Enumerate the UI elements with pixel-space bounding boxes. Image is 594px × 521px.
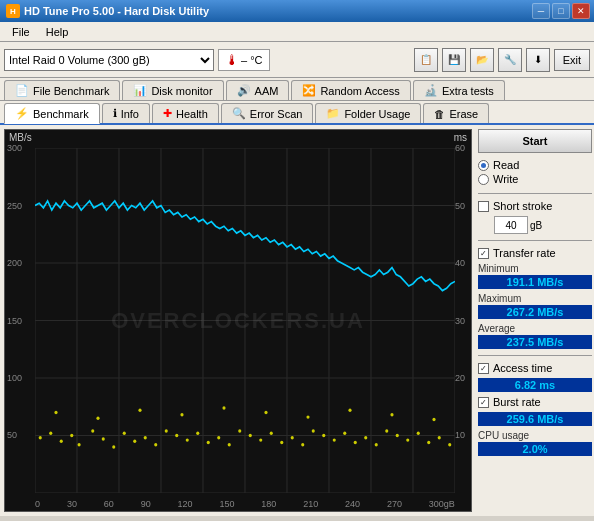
svg-point-19: [49, 431, 52, 434]
thermometer-icon: 🌡: [225, 52, 239, 68]
access-time-stat: 6.82 ms: [478, 378, 592, 392]
transfer-rate-checkbox-row[interactable]: ✓ Transfer rate: [478, 247, 592, 259]
x-label-270: 270: [387, 499, 402, 509]
aam-icon: 🔊: [237, 84, 251, 97]
svg-point-28: [144, 436, 147, 439]
file-benchmark-icon: 📄: [15, 84, 29, 97]
tab-erase[interactable]: 🗑 Erase: [423, 103, 489, 123]
menu-file[interactable]: File: [4, 24, 38, 40]
burst-rate-stat: 259.6 MB/s: [478, 412, 592, 426]
outer-tab-bar: 📄 File Benchmark 📊 Disk monitor 🔊 AAM 🔀 …: [0, 78, 594, 101]
drive-selector[interactable]: Intel Raid 0 Volume (300 gB): [4, 49, 214, 71]
svg-point-42: [291, 436, 294, 439]
svg-point-61: [180, 413, 183, 416]
access-time-checkbox-row[interactable]: ✓ Access time: [478, 362, 592, 374]
toolbar-btn-2[interactable]: 💾: [442, 48, 466, 72]
extra-tests-icon: 🔬: [424, 84, 438, 97]
tab-folder-usage[interactable]: 📁 Folder Usage: [315, 103, 421, 123]
svg-point-41: [280, 441, 283, 444]
title-bar-content: H HD Tune Pro 5.00 - Hard Disk Utility: [6, 4, 209, 18]
read-radio[interactable]: Read: [478, 159, 592, 171]
exit-button[interactable]: Exit: [554, 49, 590, 71]
y-right-label-20: 20: [455, 373, 465, 383]
burst-rate-label: Burst rate: [493, 396, 541, 408]
write-radio-indicator: [478, 174, 489, 185]
inner-tab-bar: ⚡ Benchmark ℹ Info ✚ Health 🔍 Error Scan…: [0, 101, 594, 125]
tab-extra-tests[interactable]: 🔬 Extra tests: [413, 80, 505, 100]
svg-point-26: [123, 431, 126, 434]
start-button[interactable]: Start: [478, 129, 592, 153]
tab-health[interactable]: ✚ Health: [152, 103, 219, 123]
side-panel: Start Read Write Short stroke gB: [476, 125, 594, 516]
svg-point-67: [432, 418, 435, 421]
folder-usage-icon: 📁: [326, 107, 340, 120]
svg-point-34: [207, 441, 210, 444]
svg-point-40: [270, 431, 273, 434]
burst-rate-checkbox[interactable]: ✓: [478, 397, 489, 408]
x-label-0: 0: [35, 499, 40, 509]
y-right-label-50: 50: [455, 201, 465, 211]
svg-point-55: [427, 441, 430, 444]
tab-aam[interactable]: 🔊 AAM: [226, 80, 290, 100]
svg-point-60: [138, 408, 141, 411]
svg-point-64: [306, 415, 309, 418]
access-time-checkbox[interactable]: ✓: [478, 363, 489, 374]
tab-file-benchmark[interactable]: 📄 File Benchmark: [4, 80, 120, 100]
chart-y-label: MB/s: [9, 132, 32, 143]
temperature-display: 🌡 – °C: [218, 49, 270, 71]
tab-benchmark[interactable]: ⚡ Benchmark: [4, 103, 100, 124]
toolbar-btn-3[interactable]: 📂: [470, 48, 494, 72]
svg-point-46: [333, 438, 336, 441]
svg-point-54: [417, 431, 420, 434]
y-label-100: 100: [7, 373, 22, 383]
tab-info[interactable]: ℹ Info: [102, 103, 150, 123]
svg-point-63: [264, 411, 267, 414]
app-icon: H: [6, 4, 20, 18]
gb-spinner-row: gB: [494, 216, 592, 234]
erase-icon: 🗑: [434, 108, 445, 120]
menu-help[interactable]: Help: [38, 24, 77, 40]
chart-watermark: OVERCLOCKERS.UA: [111, 308, 365, 334]
svg-point-32: [186, 438, 189, 441]
tab-error-scan[interactable]: 🔍 Error Scan: [221, 103, 314, 123]
svg-point-62: [222, 406, 225, 409]
svg-point-23: [91, 429, 94, 432]
y-right-label-40: 40: [455, 258, 465, 268]
toolbar-btn-4[interactable]: 🔧: [498, 48, 522, 72]
svg-point-36: [228, 443, 231, 446]
short-stroke-checkbox[interactable]: [478, 201, 489, 212]
y-label-250: 250: [7, 201, 22, 211]
tab-random-access[interactable]: 🔀 Random Access: [291, 80, 410, 100]
svg-point-66: [390, 413, 393, 416]
benchmark-chart: MB/s ms OVERCLOCKERS.UA 300 250 200 150 …: [4, 129, 472, 512]
svg-point-33: [196, 431, 199, 434]
y-right-label-10: 10: [455, 430, 465, 440]
svg-point-57: [448, 443, 451, 446]
svg-point-52: [396, 434, 399, 437]
svg-point-20: [60, 440, 63, 443]
short-stroke-checkbox-row[interactable]: Short stroke: [478, 200, 592, 212]
main-content: MB/s ms OVERCLOCKERS.UA 300 250 200 150 …: [0, 125, 594, 516]
health-icon: ✚: [163, 107, 172, 120]
burst-rate-checkbox-row[interactable]: ✓ Burst rate: [478, 396, 592, 408]
average-label: Average: [478, 323, 592, 334]
svg-point-59: [96, 417, 99, 420]
toolbar-btn-5[interactable]: ⬇: [526, 48, 550, 72]
maximum-stat: Maximum 267.2 MB/s: [478, 293, 592, 319]
gb-input[interactable]: [494, 216, 528, 234]
y-right-label-30: 30: [455, 316, 465, 326]
tab-disk-monitor[interactable]: 📊 Disk monitor: [122, 80, 223, 100]
close-button[interactable]: ✕: [572, 3, 590, 19]
chart-y-right-label: ms: [454, 132, 467, 143]
y-right-label-60: 60: [455, 143, 465, 153]
write-radio[interactable]: Write: [478, 173, 592, 185]
maximize-button[interactable]: □: [552, 3, 570, 19]
transfer-rate-checkbox[interactable]: ✓: [478, 248, 489, 259]
divider-3: [478, 355, 592, 356]
gb-unit: gB: [530, 220, 542, 231]
svg-point-35: [217, 436, 220, 439]
minimize-button[interactable]: ─: [532, 3, 550, 19]
toolbar-btn-1[interactable]: 📋: [414, 48, 438, 72]
svg-point-21: [70, 434, 73, 437]
short-stroke-label: Short stroke: [493, 200, 552, 212]
